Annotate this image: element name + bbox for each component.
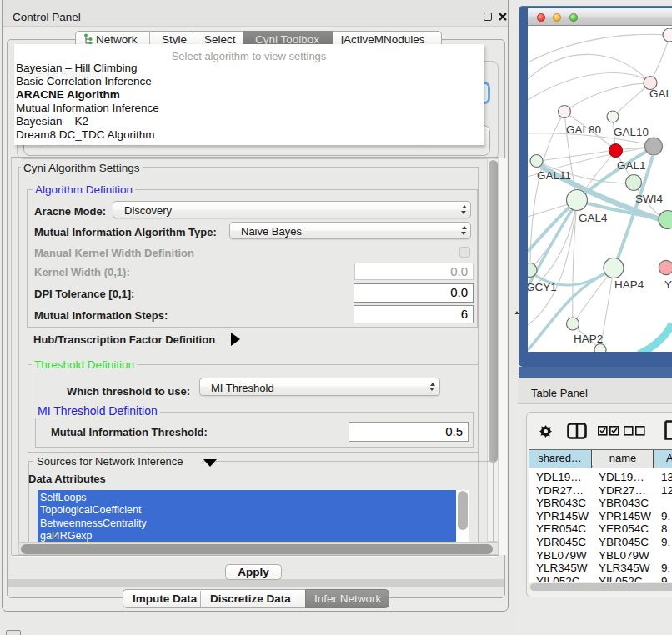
svg-text:GAL80: GAL80 bbox=[566, 123, 601, 136]
svg-text:GCY1: GCY1 bbox=[528, 281, 557, 293]
svg-text:GAL11: GAL11 bbox=[537, 169, 571, 182]
svg-text:GAL7: GAL7 bbox=[649, 88, 672, 100]
svg-text:HAP2: HAP2 bbox=[574, 332, 603, 345]
svg-text:Y: Y bbox=[664, 278, 672, 291]
svg-text:GAL4: GAL4 bbox=[579, 212, 608, 224]
svg-text:SWI4: SWI4 bbox=[635, 192, 663, 205]
svg-text:GAL1: GAL1 bbox=[617, 159, 646, 172]
svg-text:HAP4: HAP4 bbox=[614, 278, 644, 291]
svg-text:GAL10: GAL10 bbox=[614, 126, 649, 138]
